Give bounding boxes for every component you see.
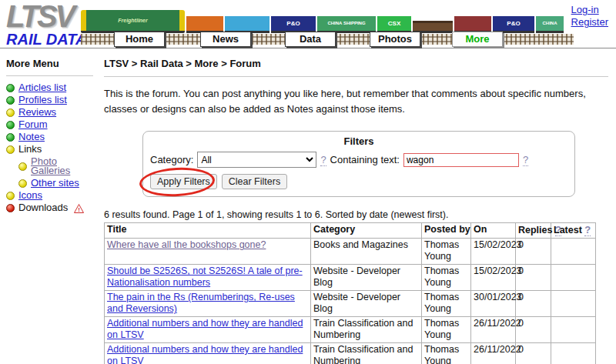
icons-link[interactable]: Icons — [18, 191, 42, 200]
containing-text-input[interactable] — [403, 153, 519, 167]
main-content: LTSV > Rail Data > More > Forum This is … — [98, 48, 616, 364]
cell-category: Train Classification and Numbering — [311, 317, 422, 343]
col-posted-by: Posted by — [422, 223, 471, 239]
notes-link[interactable]: Notes — [18, 132, 45, 142]
cell-replies: 0 — [516, 265, 551, 291]
breadcrumb: LTSV > Rail Data > More > Forum — [104, 58, 608, 69]
table-row: Where have all the bookshops gone? Books… — [105, 239, 596, 265]
tab-home[interactable]: Home — [114, 32, 165, 47]
cell-latest — [551, 317, 596, 343]
cell-category: Website - Developer Blog — [311, 291, 422, 317]
col-latest: Latest ? — [551, 223, 596, 239]
sidebar: More Menu Articles list Profiles list Re… — [0, 48, 98, 364]
col-category: Category — [311, 223, 422, 239]
wagon-container: CHINA SHIPPING — [317, 16, 376, 33]
yellow-dot-icon — [18, 179, 27, 188]
col-title: Title — [105, 223, 311, 239]
wagon-container: P&O — [271, 16, 316, 33]
tab-more[interactable]: More — [452, 32, 503, 47]
text-help-link[interactable]: ? — [523, 154, 528, 166]
yellow-dot-icon — [18, 162, 27, 171]
content-divider — [104, 76, 608, 77]
forum-table: Title Category Posted by On Replies ? La… — [104, 222, 596, 364]
topic-link[interactable]: Should be S2526S, not S2526S! A tale of … — [107, 265, 303, 288]
cell-posted-by: Thomas Young — [422, 317, 471, 343]
topic-link[interactable]: The pain in the Rs (Renumberings, Re-use… — [107, 292, 295, 314]
topic-link[interactable]: Additional numbers and how they are hand… — [107, 344, 303, 364]
wagon-container: CHINA — [536, 16, 564, 33]
filters-title: Filters — [150, 135, 567, 147]
filters-panel: Filters Category: All ? Containing text:… — [142, 131, 575, 197]
articles-list-link[interactable]: Articles list — [18, 83, 66, 92]
cell-replies: 0 — [516, 239, 551, 265]
table-row: The pain in the Rs (Renumberings, Re-use… — [105, 291, 596, 317]
cell-latest — [551, 239, 596, 265]
yellow-dot-icon — [6, 145, 15, 154]
cell-latest — [551, 343, 596, 364]
tab-photos[interactable]: Photos — [370, 32, 420, 47]
category-label: Category: — [150, 154, 193, 165]
cell-on: 15/02/2023 — [471, 239, 516, 265]
cell-posted-by: Thomas Young — [422, 239, 471, 265]
latest-help-link[interactable]: ? — [584, 224, 591, 236]
cell-posted-by: Thomas Young — [422, 343, 471, 364]
svg-text:!: ! — [78, 206, 80, 213]
sidebar-divider — [6, 75, 93, 76]
register-link[interactable]: Register — [571, 16, 608, 28]
loco-label: Freightliner — [118, 18, 148, 23]
reviews-link[interactable]: Reviews — [18, 108, 56, 117]
green-dot-icon — [6, 96, 15, 105]
cell-on: 15/02/2023 — [471, 265, 516, 291]
category-help-link[interactable]: ? — [320, 154, 326, 166]
photo-galleries-link[interactable]: Photo Galleries — [31, 157, 93, 175]
clear-filters-button[interactable]: Clear Filters — [222, 174, 287, 189]
wagon-container — [225, 16, 270, 33]
locomotive-image: Freightliner — [81, 10, 185, 33]
apply-filters-button[interactable]: Apply Filters — [150, 174, 217, 189]
sidebar-item-profiles-list: Profiles list — [6, 95, 93, 105]
topic-link[interactable]: Additional numbers and how they are hand… — [107, 318, 303, 340]
cell-replies: 0 — [516, 343, 551, 364]
warning-triangle-icon: ! — [74, 204, 84, 213]
table-row: Additional numbers and how they are hand… — [105, 317, 596, 343]
tab-news[interactable]: News — [200, 32, 251, 47]
containing-text-label: Containing text: — [330, 154, 400, 165]
col-on: On — [471, 223, 516, 239]
sidebar-item-links: Links — [6, 145, 93, 154]
sidebar-item-forum: Forum — [6, 120, 93, 129]
tab-data[interactable]: Data — [285, 32, 336, 47]
account-links: Log-in Register — [571, 4, 608, 29]
cell-posted-by: Thomas Young — [422, 265, 471, 291]
table-row: Additional numbers and how they are hand… — [105, 343, 596, 364]
sidebar-item-icons: Icons — [6, 191, 93, 200]
wagon-container — [454, 16, 491, 33]
yellow-dot-icon — [6, 192, 15, 200]
cell-on: 30/01/2023 — [471, 291, 516, 317]
results-summary-top: 6 results found. Page 1 of 1, showing re… — [104, 209, 608, 220]
cell-replies: 0 — [516, 317, 551, 343]
cell-posted-by: Thomas Young — [422, 291, 471, 317]
forum-link[interactable]: Forum — [18, 120, 48, 129]
sidebar-title: More Menu — [6, 58, 93, 69]
sidebar-item-notes: Notes — [6, 132, 93, 142]
cell-category: Books and Magazines — [311, 239, 422, 265]
other-sites-link[interactable]: Other sites — [31, 179, 79, 188]
cell-category: Website - Developer Blog — [311, 265, 422, 291]
login-link[interactable]: Log-in — [571, 4, 608, 16]
profiles-list-link[interactable]: Profiles list — [18, 95, 67, 105]
wagon-container: CSX — [377, 16, 411, 33]
topic-link[interactable]: Where have all the bookshops gone? — [107, 239, 266, 250]
wagon-container — [186, 16, 223, 33]
cell-category: Train Classification and Numbering — [311, 343, 422, 364]
table-row: Should be S2526S, not S2526S! A tale of … — [105, 265, 596, 291]
table-header-row: Title Category Posted by On Replies ? La… — [105, 223, 596, 239]
category-select[interactable]: All — [197, 152, 316, 168]
downloads-label: Downloads — [18, 203, 68, 212]
sidebar-item-photo-galleries: Photo Galleries — [6, 157, 93, 175]
wagon-container: P&O — [493, 16, 534, 33]
train-banner-image: Freightliner P&O CHINA SHIPPING CSX P&O … — [81, 4, 580, 33]
cell-latest — [551, 265, 596, 291]
green-dot-icon — [6, 121, 15, 129]
sidebar-item-articles-list: Articles list — [6, 83, 93, 92]
cell-on: 26/11/2022 — [471, 317, 516, 343]
